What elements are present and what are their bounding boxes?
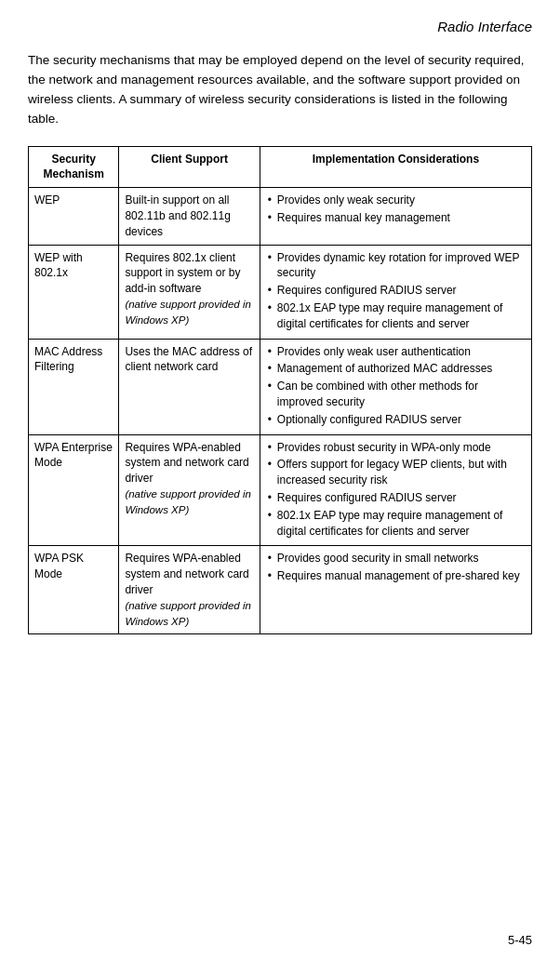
cell-client-2: Uses the MAC address of client network c… (119, 339, 260, 434)
table-row: WEP with 802.1xRequires 802.1x client su… (29, 245, 532, 339)
table-row: MAC Address FilteringUses the MAC addres… (29, 339, 532, 434)
col-header-impl: Implementation Considerations (260, 146, 531, 188)
impl-list-item: Requires manual key management (266, 210, 526, 226)
impl-list-item: Provides robust security in WPA-only mod… (266, 440, 526, 456)
table-row: WPA Enterprise ModeRequires WPA-enabled … (29, 434, 532, 546)
cell-client-3: Requires WPA-enabled system and network … (119, 434, 260, 546)
impl-list-item: Provides good security in small networks (266, 551, 526, 566)
cell-client-0: Built-in support on all 802.11b and 802.… (119, 188, 260, 245)
impl-list-item: Provides dynamic key rotation for improv… (266, 250, 526, 282)
impl-list-item: Requires manual management of pre-shared… (266, 568, 526, 584)
impl-list-item: Management of authorized MAC addresses (266, 361, 526, 377)
cell-impl-2: Provides only weak user authenticationMa… (260, 339, 531, 434)
cell-security-3: WPA Enterprise Mode (29, 434, 119, 546)
page-header: Radio Interface (28, 19, 532, 34)
cell-client-1: Requires 802.1x client support in system… (119, 245, 260, 339)
cell-security-1: WEP with 802.1x (29, 245, 119, 339)
cell-impl-1: Provides dynamic key rotation for improv… (260, 245, 531, 339)
page-footer: 5-45 (508, 933, 532, 947)
security-table: Security Mechanism Client Support Implem… (28, 146, 532, 635)
cell-security-4: WPA PSK Mode (29, 546, 119, 634)
impl-list-item: Optionally configured RADIUS server (266, 412, 526, 428)
intro-paragraph: The security mechanisms that may be empl… (28, 51, 532, 129)
impl-list-item: Can be combined with other methods for i… (266, 379, 526, 410)
col-header-client: Client Support (119, 146, 260, 188)
table-row: WEPBuilt-in support on all 802.11b and 8… (29, 188, 532, 245)
cell-impl-3: Provides robust security in WPA-only mod… (260, 434, 531, 546)
impl-list-item: Provides only weak user authentication (266, 344, 526, 360)
impl-list-item: Requires configured RADIUS server (266, 490, 526, 506)
cell-impl-0: Provides only weak securityRequires manu… (260, 188, 531, 245)
impl-list-item: Offers support for legacy WEP clients, b… (266, 457, 526, 488)
impl-list-item: 802.1x EAP type may require management o… (266, 300, 526, 332)
table-row: WPA PSK ModeRequires WPA-enabled system … (29, 546, 532, 634)
cell-client-4: Requires WPA-enabled system and network … (119, 546, 260, 634)
impl-list-item: Requires configured RADIUS server (266, 283, 526, 299)
cell-security-2: MAC Address Filtering (29, 339, 119, 434)
impl-list-item: Provides only weak security (266, 193, 526, 208)
cell-impl-4: Provides good security in small networks… (260, 546, 531, 634)
impl-list-item: 802.1x EAP type may require management o… (266, 508, 526, 540)
cell-security-0: WEP (29, 188, 119, 245)
col-header-security: Security Mechanism (29, 146, 119, 188)
